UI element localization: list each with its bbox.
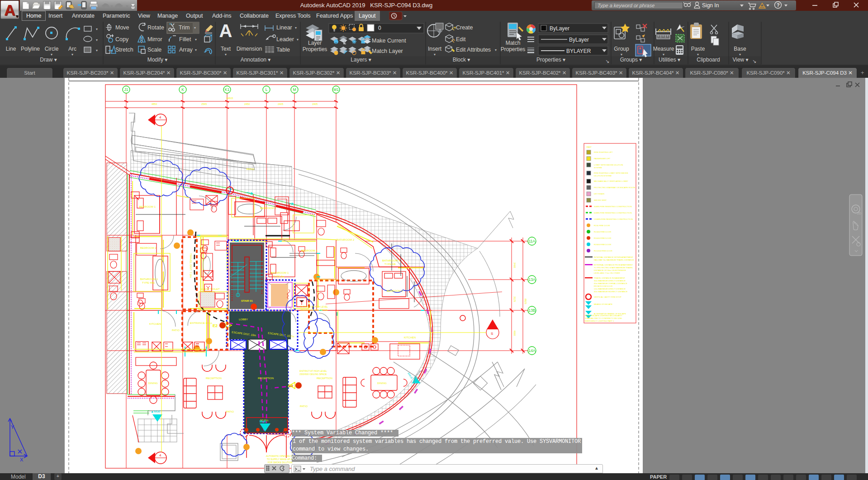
svg-text:BYLAYER: BYLAYER [566,48,591,54]
svg-text:Scale: Scale [147,47,161,53]
svg-text:Groups ▾: Groups ▾ [620,57,642,63]
svg-text:Group: Group [614,46,629,52]
svg-text:STAIR 01: STAIR 01 [241,299,253,302]
svg-text:TRAVEL DISTANCE IN BASEMENT: TRAVEL DISTANCE IN BASEMENT [594,277,626,279]
svg-text:PROTECTED STAIRWAY OR ESCAPE R: PROTECTED STAIRWAY OR ESCAPE ROUTE [594,186,636,189]
svg-text:BEDROOM 2: BEDROOM 2 [140,247,157,249]
svg-text:MECHANICALLY VENTILATED LOBBY: MECHANICALLY VENTILATED LOBBY [594,180,628,182]
svg-text:60MIN FIRE RESISTING CONSTRUCT: 60MIN FIRE RESISTING CONSTRUCTION [594,212,632,214]
svg-text:EMERGENCY LIGHTING PART 1: EMERGENCY LIGHTING PART 1 [585,320,614,322]
svg-text:PATIO: PATIO [172,329,180,332]
svg-text:ENTRANCE HALL: ENTRANCE HALL [190,322,213,324]
svg-text:▾: ▾ [195,38,197,42]
svg-text:FD60S FIRE DOOR: FD60S FIRE DOOR [594,237,611,239]
svg-text:11A: 11A [529,239,536,243]
svg-text:2405: 2405 [312,103,318,105]
svg-text:Circle: Circle [45,46,59,52]
svg-text:Leader: Leader [276,36,294,43]
svg-text:12m MAXIMUM DIRECT DISTANCE: 12m MAXIMUM DIRECT DISTANCE [594,288,626,290]
svg-text:4: 4 [159,115,161,119]
svg-text:Edit: Edit [456,36,466,43]
svg-text:MEANS OF ESCAPE: MEANS OF ESCAPE [594,303,612,305]
svg-text:Fillet: Fillet [179,36,191,43]
svg-text:14815: 14815 [226,97,233,100]
svg-text:BEDROOM 1: BEDROOM 1 [139,205,156,208]
svg-text:▾: ▾ [51,52,52,57]
svg-text:PATIO: PATIO [247,168,254,171]
svg-text:M: M [293,87,296,92]
svg-text:KITCHEN: KITCHEN [149,323,161,325]
svg-text:Arc: Arc [68,46,76,52]
svg-text:▾: ▾ [495,48,497,52]
svg-text:▾: ▾ [96,48,98,52]
svg-text:BEDROOM 2: BEDROOM 2 [387,290,403,292]
svg-text:LOBBY WITH SMOKE DILUTION: LOBBY WITH SMOKE DILUTION [594,164,623,166]
svg-text:Properties: Properties [303,46,327,52]
svg-text:Modify ▾: Modify ▾ [147,57,168,63]
svg-text:PASSENGER LIFT: PASSENGER LIFT [594,157,611,160]
svg-text:SMOKE VENT: SMOKE VENT [594,199,607,201]
svg-text:2405: 2405 [278,103,283,105]
svg-text:BEDROOM 1: BEDROOM 1 [301,249,318,252]
svg-text:1500/600 CEILING SPACE: 1500/600 CEILING SPACE [299,373,327,375]
svg-text:4850: 4850 [152,103,157,105]
svg-text:J1: J1 [124,87,128,92]
svg-text:13A: 13A [528,277,535,282]
svg-text:FD30 FIRE DOOR: FD30 FIRE DOOR [594,224,610,227]
svg-text:Edit Attributes: Edit Attributes [456,47,491,53]
svg-text:STANDALONE TO CONFIRM TO BS 52: STANDALONE TO CONFIRM TO BS 5266: [585,317,622,319]
svg-text:KITCHEN: KITCHEN [404,336,416,339]
svg-text:BATHROOM 1: BATHROOM 1 [271,271,289,274]
svg-text:LEVEL AND 7.5m ON OTHER: LEVEL AND 7.5m ON OTHER [594,272,620,274]
svg-text:3460: 3460 [513,262,516,268]
svg-text:Mirror: Mirror [147,36,162,43]
svg-text:TO SUPPLY MAKE-UP AIR: TO SUPPLY MAKE-UP AIR [267,458,294,461]
svg-text:BATHROOM 1: BATHROOM 1 [140,278,158,280]
svg-text:Match: Match [506,40,521,46]
svg-text:Array: Array [179,47,193,53]
svg-text:▲MoE: ▲MoE [151,410,161,413]
svg-text:Base: Base [734,46,746,52]
svg-text:FIRE FIGHTING LOBBY WITH SMOKE: FIRE FIGHTING LOBBY WITH SMOKE [594,172,628,174]
svg-text:DINING: DINING [148,382,158,385]
svg-text:Paste: Paste [691,46,705,52]
svg-text:▾: ▾ [71,52,73,57]
svg-text:Match Layer: Match Layer [372,48,403,54]
svg-text:Annotation ▾: Annotation ▾ [241,57,271,63]
svg-text:45m MAXIMUM INDIRECT DISTANCE: 45m MAXIMUM INDIRECT DISTANCE [594,290,627,293]
svg-text:ByLayer: ByLayer [550,25,569,32]
svg-text:RECEPTION: RECEPTION [317,377,332,380]
svg-text:Measure: Measure [653,46,674,52]
svg-text:Utilities ▾: Utilities ▾ [659,57,680,63]
svg-text:FROM ROOM DOOR: FROM ROOM DOOR [594,285,612,287]
svg-text:▾: ▾ [194,26,196,30]
svg-text:DINING: DINING [377,382,387,385]
svg-text:SYSTEM: SYSTEM [594,166,602,169]
svg-text:FOR SMOKE DILUTION: FOR SMOKE DILUTION [268,461,293,464]
svg-text:K1: K1 [225,87,230,92]
svg-text:DILUTION SYSTEM: DILUTION SYSTEM [594,175,612,177]
svg-text:↘: ↘ [605,58,609,64]
svg-text:▾: ▾ [739,52,741,57]
svg-text:0: 0 [378,25,381,31]
svg-text:Make Current: Make Current [372,38,406,44]
svg-text:Rotate: Rotate [147,24,164,31]
svg-text:14A: 14A [528,348,535,353]
svg-text:Stretch: Stretch [115,47,133,53]
svg-text:View ▾: View ▾ [732,57,748,63]
svg-text:13B: 13B [528,308,535,313]
svg-text:Text: Text [221,46,231,52]
svg-text:EXTRACT AT HIGH LEVEL: EXTRACT AT HIGH LEVEL [300,305,328,308]
svg-text:?: ? [777,2,780,8]
svg-text:8925: 8925 [524,299,527,304]
svg-text:4060: 4060 [513,330,516,336]
svg-text:▾: ▾ [96,27,98,31]
svg-text:L: L [266,87,268,92]
svg-text:HALLWAY 9m MAXIMUM TRAVEL DIST: HALLWAY 9m MAXIMUM TRAVEL DISTANCE [594,259,634,261]
svg-text:Y: Y [11,424,14,430]
svg-text:S: S [491,332,493,336]
svg-text:Move: Move [115,24,129,31]
svg-text:Layers ▾: Layers ▾ [351,57,371,63]
svg-text:▾: ▾ [96,38,98,42]
svg-text:FIRE FIGHTING LIFT: FIRE FIGHTING LIFT [594,151,613,153]
